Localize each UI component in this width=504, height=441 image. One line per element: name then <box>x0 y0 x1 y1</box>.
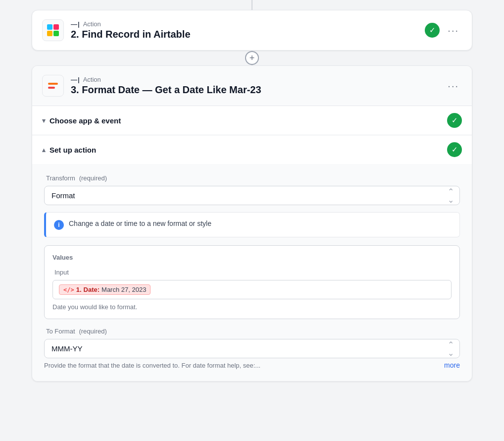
transform-select[interactable]: Format <box>44 186 460 205</box>
svg-rect-0 <box>47 24 52 30</box>
action-dots2-icon: —| <box>71 76 80 83</box>
section-choose-app[interactable]: ▾ Choose app & event ✓ <box>32 106 472 135</box>
transform-select-wrapper: Format ⌃ ⌄ <box>44 186 460 205</box>
page: —| Action 2. Find Record in Airtable ✓ ·… <box>0 0 504 441</box>
input-field-label: Input <box>52 268 452 276</box>
section-choose-app-label: ▾ Choose app & event <box>42 116 121 125</box>
card-find-record-more-button[interactable]: ··· <box>445 23 462 38</box>
svg-rect-5 <box>48 87 55 89</box>
info-box: i Change a date or time to a new format … <box>44 212 460 237</box>
svg-rect-1 <box>53 24 59 30</box>
card-find-record-check: ✓ <box>425 23 440 38</box>
tag-number: 1. <box>76 286 82 293</box>
values-legend: Values <box>52 254 452 261</box>
airtable-app-icon <box>42 19 64 41</box>
input-tag-field[interactable]: </> 1. Date: March 27, 2023 <box>52 280 452 299</box>
card-format-date-action-label: —| Action <box>71 76 438 83</box>
svg-rect-3 <box>53 31 59 36</box>
card-format-date-header: —| Action 3. Format Date — Get a Date Li… <box>32 66 472 106</box>
code-icon: </> <box>63 286 74 293</box>
section-choose-app-check: ✓ <box>447 113 462 128</box>
card-format-date-more-button[interactable]: ··· <box>445 78 462 94</box>
to-format-section: To Format (required) ⌃ ⌄ Provide the for… <box>44 327 460 369</box>
input-hint: Date you would like to format. <box>52 303 452 311</box>
transform-field-label: Transform (required) <box>44 174 460 182</box>
info-icon: i <box>54 220 64 230</box>
format-date-svg <box>46 79 60 93</box>
section-setup-action-label: ▴ Set up action <box>42 146 96 154</box>
card-format-date-actions: ··· <box>445 78 462 94</box>
card-find-record-actions: ✓ ··· <box>425 23 462 38</box>
to-format-input-wrapper: ⌃ ⌄ <box>44 339 460 358</box>
setup-action-body: Transform (required) Format ⌃ ⌄ i Change… <box>32 164 472 381</box>
card-find-record: —| Action 2. Find Record in Airtable ✓ ·… <box>32 10 472 51</box>
section-setup-action[interactable]: ▴ Set up action ✓ <box>32 135 472 164</box>
card-find-record-action-text: Action <box>83 20 101 28</box>
more-link[interactable]: more <box>444 361 460 369</box>
top-connector-line <box>252 0 252 10</box>
svg-rect-2 <box>47 31 52 36</box>
card-find-record-title: 2. Find Record in Airtable <box>71 29 418 40</box>
card-format-date-title-area: —| Action 3. Format Date — Get a Date Li… <box>71 76 438 96</box>
info-text: Change a date or time to a new format or… <box>69 220 211 227</box>
to-format-label: To Format (required) <box>44 327 460 335</box>
card-format-date-title: 3. Format Date — Get a Date Like Mar-23 <box>71 84 438 96</box>
chevron-up-icon: ▴ <box>42 146 46 154</box>
to-format-hint: Provide the format that the date is conv… <box>44 362 260 369</box>
card-format-date-action-text: Action <box>83 76 101 83</box>
values-group: Values Input </> 1. Date: March 27, 2023… <box>44 245 460 319</box>
v-connector: + <box>252 51 252 65</box>
airtable-svg <box>46 23 60 37</box>
to-format-input[interactable] <box>44 339 460 358</box>
tag-key: Date: <box>84 286 100 293</box>
card-find-record-header: —| Action 2. Find Record in Airtable ✓ ·… <box>32 10 472 50</box>
section-setup-action-check: ✓ <box>447 142 462 157</box>
chevron-down-icon: ▾ <box>42 117 46 124</box>
action-dots-icon: —| <box>71 20 80 28</box>
card-find-record-action-label: —| Action <box>71 20 418 28</box>
svg-rect-4 <box>48 83 58 85</box>
tag-value: March 27, 2023 <box>101 286 146 293</box>
add-step-button[interactable]: + <box>245 51 259 65</box>
card-format-date: —| Action 3. Format Date — Get a Date Li… <box>32 65 472 382</box>
to-format-hint-row: Provide the format that the date is conv… <box>44 361 460 369</box>
card-find-record-title-area: —| Action 2. Find Record in Airtable <box>71 20 418 40</box>
format-date-app-icon <box>42 75 64 97</box>
input-tag-badge: </> 1. Date: March 27, 2023 <box>59 284 151 295</box>
